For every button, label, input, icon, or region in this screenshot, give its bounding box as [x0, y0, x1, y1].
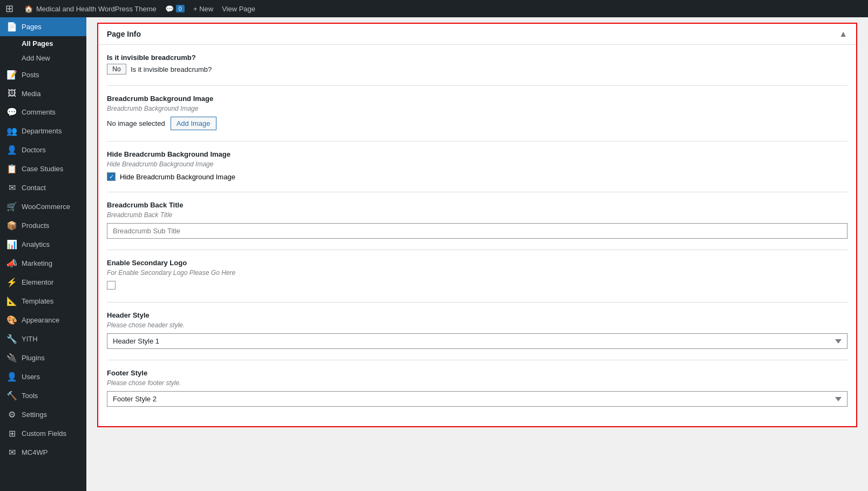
hide-breadcrumb-bg-checkbox[interactable] — [107, 172, 116, 181]
sidebar-item-label: Contact — [22, 184, 46, 192]
sidebar-item-case-studies[interactable]: 📋 Case Studies — [0, 159, 86, 178]
sidebar-item-elementor[interactable]: ⚡ Elementor — [0, 273, 86, 292]
divider-6 — [107, 360, 847, 360]
sidebar-sub-item-all-pages[interactable]: All Pages — [0, 36, 86, 51]
sidebar-item-users[interactable]: 👤 Users — [0, 367, 86, 386]
products-icon: 📦 — [6, 220, 17, 231]
sidebar-item-label: Comments — [22, 108, 56, 116]
sidebar-item-label: Doctors — [22, 146, 46, 154]
sidebar-item-custom-fields[interactable]: ⊞ Custom Fields — [0, 424, 86, 443]
sidebar-item-analytics[interactable]: 📊 Analytics — [0, 235, 86, 254]
sidebar-item-label: Tools — [22, 392, 38, 400]
sidebar-item-yith[interactable]: 🔧 YITH — [0, 329, 86, 348]
tools-icon: 🔨 — [6, 391, 17, 401]
doctors-icon: 👤 — [6, 145, 17, 155]
no-image-text: No image selected — [107, 119, 165, 127]
footer-style-select[interactable]: Footer Style 1 Footer Style 2 Footer Sty… — [107, 391, 847, 407]
sidebar-item-comments[interactable]: 💬 Comments — [0, 103, 86, 122]
enable-secondary-logo-section: Enable Secondary Logo For Enable Seconda… — [107, 259, 847, 291]
breadcrumb-back-title-desc: Breadcrumb Back Title — [107, 211, 847, 219]
breadcrumb-back-title-section: Breadcrumb Back Title Breadcrumb Back Ti… — [107, 201, 847, 239]
templates-icon: 📐 — [6, 296, 17, 306]
elementor-icon: ⚡ — [6, 277, 17, 287]
sidebar-item-label: MC4WP — [22, 448, 48, 456]
pages-icon: 📄 — [6, 22, 17, 32]
comment-icon: 💬 — [165, 5, 174, 13]
breadcrumb-back-title-label: Breadcrumb Back Title — [107, 201, 847, 209]
appearance-icon: 🎨 — [6, 315, 17, 325]
panel-collapse-button[interactable]: ▲ — [839, 29, 847, 39]
footer-style-section: Footer Style Please chose footer style. … — [107, 369, 847, 407]
sidebar-item-posts[interactable]: 📝 Posts — [0, 65, 86, 84]
case-studies-icon: 📋 — [6, 164, 17, 174]
custom-fields-icon: ⊞ — [6, 428, 17, 439]
breadcrumb-bg-image-desc: Breadcrumb Background Image — [107, 105, 847, 112]
sidebar-item-label: YITH — [22, 335, 38, 343]
add-image-button[interactable]: Add Image — [171, 117, 216, 130]
admin-bar: ⊞ 🏠 Medical and Health WordPress Theme 💬… — [0, 0, 868, 17]
sidebar-item-marketing[interactable]: 📣 Marketing — [0, 254, 86, 273]
sidebar-item-appearance[interactable]: 🎨 Appearance — [0, 311, 86, 329]
sidebar-item-pages[interactable]: 📄 Pages — [0, 17, 86, 36]
sidebar-item-label: Media — [22, 90, 40, 98]
breadcrumb-bg-image-section: Breadcrumb Background Image Breadcrumb B… — [107, 95, 847, 130]
sidebar-item-label: Posts — [22, 71, 39, 79]
sidebar-item-label: Templates — [22, 297, 53, 305]
panel-header: Page Info ▲ — [98, 24, 856, 45]
analytics-icon: 📊 — [6, 239, 17, 250]
sidebar-item-tools[interactable]: 🔨 Tools — [0, 386, 86, 405]
plugins-icon: 🔌 — [6, 353, 17, 363]
comments-link[interactable]: 💬 0 — [165, 5, 185, 13]
sidebar-item-plugins[interactable]: 🔌 Plugins — [0, 348, 86, 367]
divider-3 — [107, 192, 847, 192]
hide-breadcrumb-bg-row: Hide Breadcrumb Background Image — [107, 172, 847, 181]
header-style-desc: Please chose header style. — [107, 321, 847, 329]
sidebar-item-products[interactable]: 📦 Products — [0, 216, 86, 235]
invisible-breadcrumb-label: Is it invisible breadcrumb? — [107, 53, 847, 62]
header-style-section: Header Style Please chose header style. … — [107, 311, 847, 349]
new-link[interactable]: + New — [193, 5, 213, 13]
sidebar-item-label: Analytics — [22, 240, 50, 248]
hide-breadcrumb-bg-section: Hide Breadcrumb Background Image Hide Br… — [107, 150, 847, 181]
divider-4 — [107, 250, 847, 250]
invisible-breadcrumb-toggle[interactable]: No — [107, 64, 126, 75]
sidebar-item-label: Custom Fields — [22, 429, 66, 438]
sidebar-item-label: Products — [22, 221, 49, 230]
site-name: 🏠 Medical and Health WordPress Theme — [24, 5, 157, 13]
footer-style-label: Footer Style — [107, 369, 847, 377]
yith-icon: 🔧 — [6, 334, 17, 344]
header-style-label: Header Style — [107, 311, 847, 319]
enable-secondary-logo-checkbox[interactable] — [107, 281, 116, 290]
invisible-breadcrumb-section: Is it invisible breadcrumb? No Is it inv… — [107, 53, 847, 75]
sidebar: 📄 Pages All Pages Add New 📝 Posts 🖼 Medi… — [0, 17, 86, 491]
posts-icon: 📝 — [6, 70, 17, 80]
sidebar-item-settings[interactable]: ⚙ Settings — [0, 405, 86, 424]
panel-title: Page Info — [107, 30, 141, 38]
sidebar-item-label: WooCommerce — [22, 203, 70, 211]
marketing-icon: 📣 — [6, 258, 17, 268]
header-style-select[interactable]: Header Style 1 Header Style 2 Header Sty… — [107, 333, 847, 349]
enable-secondary-logo-label: Enable Secondary Logo — [107, 259, 847, 267]
sidebar-item-media[interactable]: 🖼 Media — [0, 84, 86, 103]
sidebar-item-label: Settings — [22, 411, 47, 419]
invisible-breadcrumb-toggle-text: Is it invisible breadcrumb? — [131, 65, 212, 73]
breadcrumb-bg-image-label: Breadcrumb Background Image — [107, 95, 847, 103]
woocommerce-icon: 🛒 — [6, 201, 17, 212]
sidebar-item-woocommerce[interactable]: 🛒 WooCommerce — [0, 197, 86, 216]
sidebar-item-contact[interactable]: ✉ Contact — [0, 178, 86, 197]
sidebar-item-label: Pages — [22, 23, 42, 31]
view-page-link[interactable]: View Page — [222, 5, 255, 13]
sidebar-item-doctors[interactable]: 👤 Doctors — [0, 140, 86, 159]
sidebar-item-departments[interactable]: 👥 Departments — [0, 122, 86, 140]
invisible-breadcrumb-toggle-row: No Is it invisible breadcrumb? — [107, 64, 847, 75]
departments-icon: 👥 — [6, 126, 17, 136]
sidebar-sub-item-add-new[interactable]: Add New — [0, 51, 86, 65]
contact-icon: ✉ — [6, 183, 17, 193]
footer-style-desc: Please chose footer style. — [107, 379, 847, 387]
house-icon: 🏠 — [24, 5, 33, 13]
divider-1 — [107, 85, 847, 86]
sidebar-item-templates[interactable]: 📐 Templates — [0, 292, 86, 311]
sidebar-item-label: Case Studies — [22, 165, 63, 173]
breadcrumb-back-title-input[interactable] — [107, 223, 847, 239]
sidebar-item-mc4wp[interactable]: ✉ MC4WP — [0, 443, 86, 462]
